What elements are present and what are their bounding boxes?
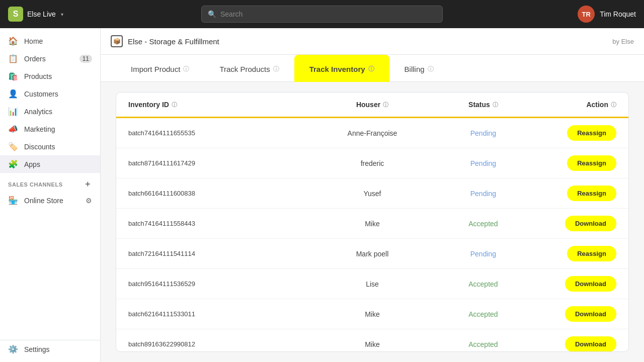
tab-track-products-info-icon[interactable]: ⓘ <box>273 65 279 73</box>
content-area: 📦 Else - Storage & Fulfillment by Else I… <box>101 28 644 362</box>
discounts-icon: 🏷️ <box>8 142 18 151</box>
tab-billing-label: Billing <box>405 65 425 73</box>
sidebar-item-products[interactable]: 🛍️ Products <box>0 67 100 85</box>
cell-id: batch66164111600838 <box>128 190 306 197</box>
col-action: Action ⓘ <box>528 101 616 109</box>
cell-houser: Mark poell <box>306 250 439 258</box>
tab-import-product[interactable]: Import Product ⓘ <box>116 55 204 82</box>
cell-houser: Yusef <box>306 190 439 198</box>
cell-status: Accepted <box>439 310 527 318</box>
sidebar-item-apps[interactable]: 🧩 Apps <box>0 155 100 173</box>
sidebar-section-sales-channels: SALES CHANNELS ＋ <box>0 173 100 192</box>
download-button[interactable]: Download <box>565 276 616 292</box>
cell-action: Reassign <box>528 155 616 171</box>
cell-status: Pending <box>439 190 527 198</box>
tab-import-label: Import Product <box>131 65 180 73</box>
tab-import-info-icon[interactable]: ⓘ <box>183 65 189 73</box>
col-status-label: Status <box>468 101 490 109</box>
sidebar-label-home: Home <box>24 37 43 45</box>
store-name[interactable]: Else Live <box>27 10 56 18</box>
download-button[interactable]: Download <box>565 306 616 322</box>
table-body: batch74164111655535 Anne-Françoise Pendi… <box>116 118 628 352</box>
col-status: Status ⓘ <box>439 101 527 109</box>
table-row: batch89163622990812 Mike Accepted Downlo… <box>116 329 628 352</box>
sidebar-label-analytics: Analytics <box>24 108 52 116</box>
cell-id: batch62164111533011 <box>128 310 306 318</box>
col-action-label: Action <box>586 101 608 109</box>
reassign-button[interactable]: Reassign <box>567 125 616 141</box>
cell-status: Accepted <box>439 220 527 228</box>
search-input[interactable] <box>220 10 436 18</box>
cell-houser: Mike <box>306 310 439 318</box>
col-id-info-icon[interactable]: ⓘ <box>172 101 177 109</box>
cell-houser: Mike <box>306 340 439 348</box>
analytics-icon: 📊 <box>8 107 18 116</box>
sidebar-item-home[interactable]: 🏠 Home <box>0 32 100 50</box>
app-title: Else - Storage & Fulfillment <box>128 37 219 46</box>
table-row: batch66164111600838 Yusef Pending Reassi… <box>116 178 628 209</box>
sidebar-label-marketing: Marketing <box>24 125 55 133</box>
tab-billing[interactable]: Billing ⓘ <box>389 55 449 82</box>
add-channel-icon[interactable]: ＋ <box>84 179 92 190</box>
topbar-left: S Else Live ▾ <box>8 7 109 22</box>
tab-track-inventory[interactable]: Track Inventory ⓘ <box>294 55 389 82</box>
app-by-label: by Else <box>612 38 634 45</box>
tab-track-inventory-label: Track Inventory <box>309 65 365 73</box>
cell-action: Reassign <box>528 246 616 261</box>
cell-id: batch89163622990812 <box>128 340 306 348</box>
col-houser-label: Houser <box>356 101 380 109</box>
cell-status: Accepted <box>439 280 527 288</box>
table-row: batch87164111617429 frederic Pending Rea… <box>116 148 628 178</box>
sidebar-bottom: ⚙️ Settings <box>0 340 100 358</box>
sidebar-item-online-store[interactable]: 🏪 Online Store ⚙ <box>0 192 100 209</box>
search-bar: 🔍 <box>201 6 443 23</box>
sidebar-item-discounts[interactable]: 🏷️ Discounts <box>0 138 100 155</box>
table-row: batch62164111533011 Mike Accepted Downlo… <box>116 299 628 329</box>
cell-id: batch72164111541114 <box>128 250 306 257</box>
tab-track-products[interactable]: Track Products ⓘ <box>204 55 294 82</box>
tab-billing-info-icon[interactable]: ⓘ <box>428 65 434 73</box>
cell-id: batch74164111558443 <box>128 220 306 227</box>
col-houser-info-icon[interactable]: ⓘ <box>383 101 388 109</box>
col-status-info-icon[interactable]: ⓘ <box>493 101 498 109</box>
sidebar-item-settings[interactable]: ⚙️ Settings <box>0 340 100 358</box>
col-id-label: Inventory ID <box>128 101 169 109</box>
tab-track-inventory-info-icon[interactable]: ⓘ <box>368 65 374 73</box>
cell-id: batch87164111617429 <box>128 159 306 167</box>
store-settings-icon[interactable]: ⚙ <box>86 197 92 205</box>
download-button[interactable]: Download <box>565 216 616 231</box>
reassign-button[interactable]: Reassign <box>567 246 616 261</box>
cell-status: Pending <box>439 159 527 167</box>
tab-track-products-label: Track Products <box>219 65 270 73</box>
table-header: Inventory ID ⓘ Houser ⓘ Status ⓘ Action … <box>116 93 628 118</box>
main-layout: 🏠 Home 📋 Orders 11 🛍️ Products 👤 Custome… <box>0 28 644 362</box>
cell-action: Reassign <box>528 186 616 201</box>
cell-id: batch74164111655535 <box>128 129 306 137</box>
store-icon: 🏪 <box>8 196 18 205</box>
reassign-button[interactable]: Reassign <box>567 155 616 171</box>
sidebar-label-products: Products <box>24 72 52 80</box>
home-icon: 🏠 <box>8 36 18 46</box>
sidebar: 🏠 Home 📋 Orders 11 🛍️ Products 👤 Custome… <box>0 28 101 362</box>
sidebar-item-orders[interactable]: 📋 Orders 11 <box>0 50 100 67</box>
col-houser: Houser ⓘ <box>306 101 439 109</box>
cell-status: Pending <box>439 250 527 258</box>
col-action-info-icon[interactable]: ⓘ <box>611 101 616 109</box>
topbar: S Else Live ▾ 🔍 TR Tim Roquet <box>0 0 644 28</box>
sidebar-label-customers: Customers <box>24 90 58 98</box>
cell-status: Accepted <box>439 340 527 348</box>
sidebar-item-analytics[interactable]: 📊 Analytics <box>0 103 100 120</box>
cell-action: Reassign <box>528 125 616 141</box>
products-icon: 🛍️ <box>8 71 18 81</box>
sidebar-item-customers[interactable]: 👤 Customers <box>0 85 100 103</box>
cell-houser: frederic <box>306 159 439 167</box>
chevron-down-icon[interactable]: ▾ <box>61 12 63 17</box>
download-button[interactable]: Download <box>565 336 616 352</box>
cell-id: batch95164111536529 <box>128 280 306 288</box>
cell-action: Download <box>528 216 616 231</box>
shopify-logo: S <box>8 7 23 22</box>
inventory-table: Inventory ID ⓘ Houser ⓘ Status ⓘ Action … <box>116 92 629 352</box>
table-row: batch74164111558443 Mike Accepted Downlo… <box>116 209 628 239</box>
sidebar-item-marketing[interactable]: 📣 Marketing <box>0 120 100 138</box>
reassign-button[interactable]: Reassign <box>567 186 616 201</box>
